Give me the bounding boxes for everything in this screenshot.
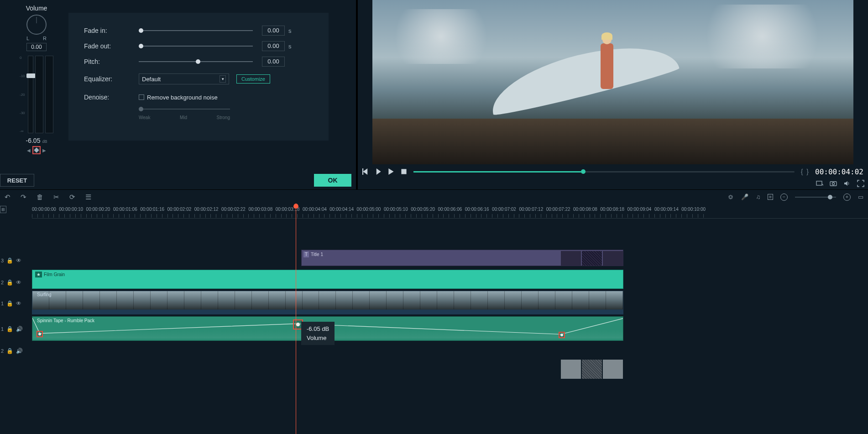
- timeline-toolbar: ↶ ↷ 🗑 ✂ ⟳ ☰ ⯐ 🎤 ♫ ≡ − + ▭: [0, 189, 868, 204]
- mark-out-icon[interactable]: }: [806, 168, 809, 175]
- lock-icon[interactable]: 🔒: [6, 326, 13, 332]
- audio-settings-card: Fade in: 0.00 s Fade out: 0.00 s Pitch: …: [68, 13, 329, 141]
- equalizer-customize-button[interactable]: Customize: [236, 74, 270, 84]
- volume-fader[interactable]: [28, 56, 33, 133]
- preview-progress[interactable]: [413, 171, 795, 173]
- ruler-tick: 00:00:01:06: [113, 207, 137, 212]
- lock-icon[interactable]: 🔒: [6, 300, 13, 307]
- undo-icon[interactable]: ↶: [5, 193, 10, 201]
- media-drop-icon[interactable]: ⊞: [0, 206, 6, 213]
- pan-knob[interactable]: [26, 15, 47, 35]
- denoise-mid: Mid: [180, 115, 187, 120]
- pitch-slider[interactable]: [139, 61, 253, 62]
- eye-icon[interactable]: 👁: [16, 300, 21, 307]
- equalizer-select[interactable]: Default ▾: [139, 73, 229, 84]
- stop-button[interactable]: [401, 168, 407, 175]
- volume-title: Volume: [9, 5, 64, 12]
- play-left-button[interactable]: [375, 168, 382, 175]
- marker-icon[interactable]: ⯐: [728, 193, 734, 200]
- keyframe-node[interactable]: [559, 332, 565, 338]
- tooltip-db: -6.05 dB: [307, 324, 329, 334]
- zoom-in-button[interactable]: +: [843, 193, 851, 201]
- zoom-fit-icon[interactable]: ▭: [858, 193, 863, 200]
- speed-icon[interactable]: ⟳: [69, 193, 75, 201]
- lock-icon[interactable]: 🔒: [6, 279, 13, 286]
- zoom-out-button[interactable]: −: [780, 193, 788, 201]
- svg-rect-1: [401, 169, 406, 174]
- fade-out-slider[interactable]: [139, 46, 253, 47]
- fade-out-label: Fade out:: [84, 42, 139, 50]
- track-head-3: 3🔒👁: [0, 251, 30, 270]
- fade-in-slider[interactable]: [139, 30, 253, 31]
- eye-icon[interactable]: 👁: [16, 257, 21, 264]
- pitch-label: Pitch:: [84, 58, 139, 65]
- snapshot-screen-icon[interactable]: [816, 180, 823, 187]
- delete-icon[interactable]: 🗑: [37, 193, 43, 201]
- speaker-icon[interactable]: 🔊: [16, 348, 23, 354]
- keyframe-prev-icon[interactable]: ◀: [27, 148, 31, 153]
- redo-icon[interactable]: ↷: [21, 193, 26, 201]
- lock-icon[interactable]: 🔒: [6, 348, 13, 354]
- ruler-tick: 00:00:06:16: [465, 207, 489, 212]
- reset-button[interactable]: RESET: [0, 174, 34, 187]
- preview-image: [372, 0, 853, 164]
- chevron-down-icon: ▾: [220, 75, 226, 83]
- prev-frame-button[interactable]: [362, 168, 369, 175]
- playhead[interactable]: [296, 204, 296, 434]
- ruler-tick: 00:00:04:14: [329, 207, 354, 212]
- fx-clip[interactable]: ★Film Grain: [32, 270, 623, 289]
- ruler-tick: 00:00:10:00: [681, 207, 706, 212]
- denoise-checkbox[interactable]: [139, 94, 144, 100]
- music-icon[interactable]: ♫: [756, 193, 760, 200]
- ruler-tick: 00:00:02:12: [194, 207, 219, 212]
- track-head-2a: 2🔒👁: [0, 273, 30, 292]
- camera-icon[interactable]: [830, 180, 837, 187]
- fade-in-value[interactable]: 0.00: [262, 26, 285, 36]
- fade-out-unit: s: [288, 43, 292, 50]
- ruler-tick: 00:00:02:22: [221, 207, 246, 212]
- fade-out-value[interactable]: 0.00: [262, 41, 285, 51]
- equalizer-selected: Default: [142, 76, 161, 83]
- adjust-icon[interactable]: ☰: [85, 193, 91, 201]
- volume-icon[interactable]: [843, 180, 851, 187]
- track-head-2b: 2🔒🔊: [0, 342, 30, 360]
- zoom-slider[interactable]: [795, 197, 836, 198]
- cut-icon[interactable]: ✂: [53, 193, 59, 201]
- mixer-icon[interactable]: ≡: [768, 194, 773, 200]
- timeline: ⊞ 00:00:00:0000:00:00:1000:00:00:2000:00…: [0, 204, 868, 434]
- eye-icon[interactable]: 👁: [16, 279, 21, 286]
- pan-value[interactable]: 0.00: [26, 43, 47, 51]
- video-clip[interactable]: Surfing: [32, 291, 623, 310]
- ruler-tick: 00:00:08:08: [573, 207, 597, 212]
- ruler-tick: 00:00:04:04: [303, 207, 327, 212]
- ruler-tick: 00:00:05:10: [384, 207, 408, 212]
- ruler-tick: 00:00:05:20: [411, 207, 435, 212]
- timeline-ruler[interactable]: 00:00:00:0000:00:00:1000:00:00:2000:00:0…: [32, 207, 868, 219]
- svg-point-4: [832, 183, 835, 185]
- ruler-tick: 00:00:00:10: [59, 207, 83, 212]
- lock-icon[interactable]: 🔒: [6, 257, 13, 264]
- ok-button[interactable]: OK: [314, 174, 351, 187]
- volume-tooltip: -6.05 dB Volume: [301, 322, 335, 345]
- denoise-checkbox-label: Remove background noise: [147, 94, 218, 101]
- ruler-tick: 00:00:09:14: [654, 207, 679, 212]
- speaker-icon[interactable]: 🔊: [16, 326, 23, 332]
- mic-icon[interactable]: 🎤: [741, 193, 748, 200]
- play-button[interactable]: [388, 168, 394, 175]
- mark-in-icon[interactable]: {: [801, 168, 803, 175]
- fullscreen-icon[interactable]: [857, 180, 864, 187]
- denoise-slider[interactable]: [139, 109, 230, 110]
- ruler-tick: 00:00:00:20: [86, 207, 110, 212]
- track-head-1b: 1🔒🔊: [0, 320, 30, 338]
- pitch-value[interactable]: 0.00: [262, 57, 285, 67]
- keyframe-toggle-button[interactable]: [32, 146, 41, 154]
- keyframe-node[interactable]: [37, 331, 43, 337]
- ruler-tick: 00:00:08:18: [600, 207, 624, 212]
- fx-clip-label: Film Grain: [44, 272, 65, 277]
- denoise-label: Denoise:: [84, 94, 139, 101]
- keyframe-next-icon[interactable]: ▶: [42, 148, 46, 153]
- fade-in-label: Fade in:: [84, 27, 139, 34]
- preview-panel: {} 00:00:04:02: [358, 0, 868, 189]
- title-clip[interactable]: TTitle 1: [301, 250, 623, 266]
- ruler-tick: 00:00:07:12: [519, 207, 543, 212]
